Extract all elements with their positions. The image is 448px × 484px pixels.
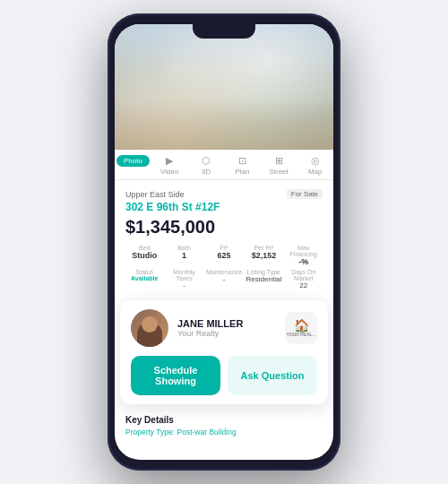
schedule-showing-button[interactable]: Schedule Showing <box>131 356 220 395</box>
for-sale-badge: For Sale <box>287 189 323 199</box>
agent-card: JANE MILLER Your Realty 🏠 YOUR REAL... S… <box>120 300 328 404</box>
3d-tab-label: 3D <box>202 168 211 176</box>
room-interior <box>115 24 333 150</box>
stat-status-label: Status <box>125 269 163 275</box>
stats-row2: Status Available Monthly Taxes - Mainten… <box>125 269 323 290</box>
tab-plan[interactable]: ⊡ Plan <box>224 150 261 179</box>
photo-tab-label: Photo <box>116 155 150 167</box>
stat-maintenance-label: Maintenance <box>205 269 243 275</box>
tab-map[interactable]: ◎ Map <box>297 150 333 179</box>
phone-frame: Photo ▶ Video ⬡ 3D ⊡ Plan ⊞ Street <box>108 13 340 471</box>
stat-financing: Max Financing -% <box>285 245 323 266</box>
stat-taxes: Monthly Taxes - <box>165 269 202 290</box>
phone-screen: Photo ▶ Video ⬡ 3D ⊡ Plan ⊞ Street <box>115 24 333 460</box>
agent-logo-text: YOUR REAL... <box>286 333 315 338</box>
stat-perft-label: Per Ft² <box>245 245 282 251</box>
stat-sqft: Ft² 625 <box>205 245 243 266</box>
stat-sqft-label: Ft² <box>205 245 243 251</box>
stat-bath: Bath 1 <box>165 245 202 266</box>
stat-listing-type: Listing Type Residential <box>245 269 282 290</box>
agent-logo: 🏠 YOUR REAL... <box>285 312 317 344</box>
3d-tab-icon: ⬡ <box>202 155 211 167</box>
stat-bath-value: 1 <box>165 251 202 260</box>
agent-company: Your Realty <box>177 329 243 338</box>
stat-bed-label: Bed <box>125 245 163 251</box>
property-price: $1,345,000 <box>125 217 323 238</box>
stat-financing-value: -% <box>285 257 323 266</box>
property-type-item: Property Type: Post-war Building <box>125 428 323 436</box>
stat-days: Days On Market 22 <box>285 269 323 290</box>
key-details-section: Key Details Property Type: Post-war Buil… <box>115 408 333 444</box>
stat-maintenance: Maintenance - <box>205 269 243 290</box>
agent-details: JANE MILLER Your Realty <box>177 318 243 338</box>
key-details-title: Key Details <box>125 415 323 425</box>
stat-bed: Bed Studio <box>125 245 163 266</box>
agent-name: JANE MILLER <box>177 318 243 329</box>
plan-tab-label: Plan <box>235 168 249 176</box>
agent-left: JANE MILLER Your Realty <box>131 309 243 347</box>
neighborhood: Upper East Side <box>125 190 185 199</box>
location-row: Upper East Side For Sale <box>125 189 323 199</box>
stats-grid: Bed Studio Bath 1 Ft² 625 Per Ft² $2,152 <box>125 245 323 266</box>
stat-taxes-value: - <box>165 281 202 290</box>
stat-days-value: 22 <box>285 281 323 290</box>
stat-maintenance-value: - <box>205 275 243 283</box>
phone-wrapper: Photo ▶ Video ⬡ 3D ⊡ Plan ⊞ Street <box>108 13 340 471</box>
stat-status-value: Available <box>125 275 163 281</box>
property-type-value: Post-war Building <box>177 428 236 436</box>
phone-notch <box>193 22 255 39</box>
stat-listing-type-label: Listing Type <box>245 269 282 275</box>
nav-tabs: Photo ▶ Video ⬡ 3D ⊡ Plan ⊞ Street <box>115 150 333 180</box>
stat-sqft-value: 625 <box>205 251 243 260</box>
agent-logo-icon: 🏠 <box>294 318 309 333</box>
stat-financing-label: Max Financing <box>285 245 323 257</box>
tab-video[interactable]: ▶ Video <box>151 150 188 179</box>
stat-status: Status Available <box>125 269 163 290</box>
agent-avatar <box>131 309 168 347</box>
agent-info-row: JANE MILLER Your Realty 🏠 YOUR REAL... <box>131 309 317 347</box>
street-tab-icon: ⊞ <box>275 155 283 167</box>
action-buttons: Schedule Showing Ask Question <box>131 356 317 395</box>
map-tab-icon: ◎ <box>311 155 320 167</box>
video-tab-icon: ▶ <box>166 155 173 167</box>
plan-tab-icon: ⊡ <box>238 155 246 167</box>
map-tab-label: Map <box>308 168 323 176</box>
stat-taxes-label: Monthly Taxes <box>165 269 202 281</box>
stat-perft: Per Ft² $2,152 <box>245 245 282 266</box>
stat-listing-type-value: Residential <box>245 275 282 283</box>
tab-photo[interactable]: Photo <box>115 150 151 179</box>
tab-3d[interactable]: ⬡ 3D <box>188 150 225 179</box>
property-type-label: Property Type: <box>125 428 177 436</box>
stat-days-label: Days On Market <box>285 269 323 281</box>
tab-street[interactable]: ⊞ Street <box>261 150 297 179</box>
street-tab-label: Street <box>269 168 288 176</box>
property-image <box>115 24 333 150</box>
property-address: 302 E 96th St #12F <box>125 201 323 213</box>
stat-bath-label: Bath <box>165 245 202 251</box>
stat-perft-value: $2,152 <box>245 251 282 260</box>
property-content: Upper East Side For Sale 302 E 96th St #… <box>115 180 333 297</box>
video-tab-label: Video <box>160 168 178 176</box>
ask-question-button[interactable]: Ask Question <box>228 356 317 395</box>
stat-bed-value: Studio <box>125 251 163 260</box>
